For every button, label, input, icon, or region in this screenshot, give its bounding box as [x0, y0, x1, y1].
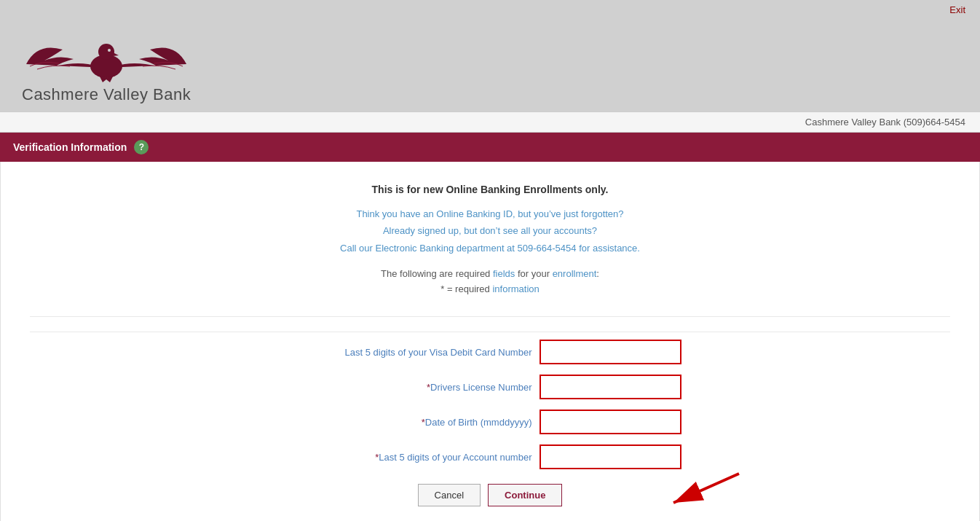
required-fields-note: The following are required fields for yo… [30, 268, 950, 279]
intro-line3: Call our Electronic Banking department a… [340, 243, 640, 254]
label-visa-debit: Last 5 digits of your Visa Debit Card Nu… [299, 347, 532, 358]
intro-lines: Think you have an Online Banking ID, but… [30, 205, 950, 256]
asterisk-info-word: information [492, 283, 539, 294]
form-row-dob: *Date of Birth (mmddyyyy) [30, 410, 950, 434]
button-row: Cancel Continue [30, 484, 950, 521]
exit-link[interactable]: Exit [949, 4, 965, 15]
form-section: Last 5 digits of your Visa Debit Card Nu… [30, 332, 950, 521]
required-fields-text-part5: : [596, 268, 599, 279]
intro-bold-text: This is for new Online Banking Enrollmen… [30, 184, 950, 195]
intro-section: This is for new Online Banking Enrollmen… [30, 184, 950, 317]
input-visa-debit[interactable] [540, 340, 681, 364]
label-drivers-license: *Drivers License Number [299, 382, 532, 393]
content-panel: This is for new Online Banking Enrollmen… [0, 162, 980, 521]
required-fields-text-part4: enrollment [553, 268, 597, 279]
input-account-number[interactable] [540, 444, 681, 469]
logo-container: Cashmere Valley Bank [22, 24, 191, 104]
contact-bar: Cashmere Valley Bank (509)664-5454 [0, 111, 980, 133]
eagle-logo-icon [23, 24, 190, 82]
header-top-bar: Exit [0, 0, 980, 17]
form-row-visa-debit: Last 5 digits of your Visa Debit Card Nu… [30, 340, 950, 364]
required-fields-text-part3: for your [515, 268, 552, 279]
svg-point-1 [98, 44, 114, 60]
svg-point-2 [108, 49, 111, 52]
intro-line1: Think you have an Online Banking ID, but… [356, 208, 623, 219]
input-dob[interactable] [540, 410, 681, 434]
form-row-drivers-license: *Drivers License Number [30, 375, 950, 399]
label-account-number: *Last 5 digits of your Account number [299, 452, 532, 463]
cancel-button[interactable]: Cancel [418, 484, 481, 506]
asterisk-note: * = required information [30, 283, 950, 294]
label-dob: *Date of Birth (mmddyyyy) [299, 417, 532, 428]
section-header-title: Verification Information [13, 141, 127, 153]
main-wrapper: Verification Information ? This is for n… [0, 133, 980, 521]
help-icon[interactable]: ? [134, 140, 149, 154]
intro-line2: Already signed up, but don’t see all you… [383, 225, 597, 236]
required-fields-text-part2: fields [493, 268, 515, 279]
form-row-account-number: *Last 5 digits of your Account number [30, 444, 950, 469]
asterisk-static: * = required [440, 283, 492, 294]
contact-info: Cashmere Valley Bank (509)664-5454 [805, 117, 965, 128]
continue-button[interactable]: Continue [488, 484, 562, 506]
svg-line-4 [673, 474, 739, 503]
input-drivers-license[interactable] [540, 375, 681, 399]
arrow-annotation-icon [659, 470, 746, 514]
header-logo-area: Cashmere Valley Bank [0, 17, 980, 111]
required-fields-text-part1: The following are required [381, 268, 493, 279]
section-header: Verification Information ? [0, 133, 980, 162]
bank-name: Cashmere Valley Bank [22, 85, 191, 104]
